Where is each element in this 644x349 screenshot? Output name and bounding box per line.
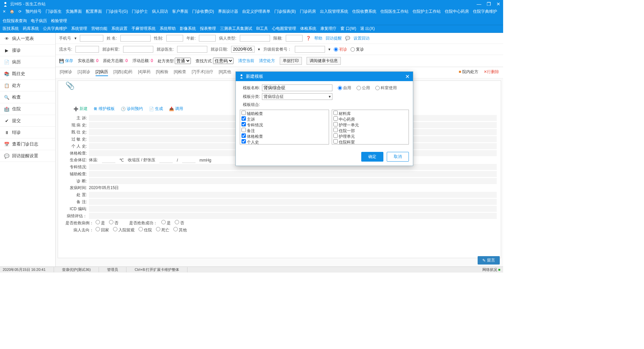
field-checkbox[interactable]: 主诉	[241, 116, 327, 122]
sidebar-item[interactable]: ✔提交	[0, 115, 55, 127]
menu-item[interactable]: 手麻管理系统	[131, 26, 156, 31]
dept-checkbox[interactable]: 护理单元	[333, 133, 407, 139]
field-checkbox[interactable]: 体格检查	[241, 133, 327, 139]
sidebar-item[interactable]: ▶接诊	[0, 45, 55, 56]
sidebar-item[interactable]: 📅查看门诊日志	[0, 138, 55, 150]
sidebar-item[interactable]: 🏥住院	[0, 103, 55, 115]
pencil-icon: ✎	[482, 258, 486, 263]
scope-radio[interactable]: 公用	[357, 85, 370, 91]
menu-item[interactable]: 报表整理	[200, 26, 216, 31]
dialog-logo-icon	[239, 74, 244, 79]
menu-close-tab-icon[interactable]: ✕	[3, 9, 6, 14]
menu-item[interactable]: 退 出(X)	[360, 26, 375, 31]
menu-home-icon[interactable]: 🏠	[10, 9, 14, 14]
menu-item[interactable]: 自定义护理表单	[242, 9, 270, 14]
menu-item[interactable]: 系统管理	[71, 26, 87, 31]
svg-point-1	[240, 74, 242, 76]
menu-item[interactable]: 出入院管理系统	[320, 9, 348, 14]
menu-item[interactable]: 门诊报表(B)	[274, 9, 296, 14]
main-area: 手机号▾ 姓 名: 性别: 年龄: 病人类型: 限额: ❓帮助 回访提醒 💬设置…	[56, 33, 503, 273]
menu-item[interactable]: 配置界面	[86, 9, 102, 14]
dept-checkbox[interactable]: 住院科室	[333, 139, 407, 144]
menu-item[interactable]: 检验管理	[51, 18, 67, 23]
menu-item[interactable]: 客户界面	[172, 9, 188, 14]
field-checkbox[interactable]: 个人史	[241, 139, 327, 144]
status-user: 管理员	[107, 267, 126, 272]
template-fields-list[interactable]: 辅助检查 主诉 专科情况 备注 体格检查 个人史 处置 过敏史	[240, 110, 329, 144]
sidebar-item[interactable]: 📄病历	[0, 56, 55, 68]
dialog-title: 新建模板	[246, 73, 263, 79]
dialog-mask: 新建模板 ✕ 模板名称: 自用公用科室使用 模板分类: 肾病综合征▾ 模板组合:	[56, 33, 503, 273]
menu-item[interactable]: 住院字典维护	[473, 9, 497, 14]
sidebar-item-icon: 📄	[4, 59, 9, 65]
menu-item[interactable]: 门诊收费(D)	[192, 9, 214, 14]
menu-item[interactable]: BI工具	[256, 26, 268, 31]
menu-item[interactable]: 药库系统	[23, 26, 39, 31]
sidebar-item-label: 处方	[12, 82, 21, 89]
sidebar-item[interactable]: ⏸结诊	[0, 127, 55, 138]
menu-item[interactable]: 营销功能	[91, 26, 107, 31]
message-button[interactable]: ✎留言	[478, 256, 500, 265]
menu-item[interactable]: 门诊挂号(G)	[106, 9, 128, 14]
scope-radio[interactable]: 自用	[338, 85, 351, 91]
menu-row-2: 医技系统药库系统公共字典维护系统管理营销功能系统设置手麻管理系统系统帮助影像系统…	[0, 25, 503, 33]
status-network: 网络状况 ■	[482, 267, 500, 272]
status-org: 壹康优护(测试36)	[62, 267, 99, 272]
sidebar-item-label: 结诊	[12, 129, 21, 135]
menu-item[interactable]: 实施界面	[66, 9, 82, 14]
template-category-combo[interactable]: 肾病综合征▾	[262, 93, 332, 100]
menu-item[interactable]: 影像系统	[180, 26, 196, 31]
menu-item[interactable]: 界面设计器	[218, 9, 238, 14]
status-time: 2020年05月15日 16:20:41	[3, 267, 54, 272]
template-name-input[interactable]	[262, 84, 332, 91]
menu-item[interactable]: 康复理疗	[320, 26, 336, 31]
dept-checkbox[interactable]: 中心药房	[333, 116, 407, 122]
dialog-close-button[interactable]: ✕	[405, 73, 410, 80]
sidebar-item-label: 既往史	[12, 71, 25, 77]
menu-item[interactable]: 门诊医生	[46, 9, 62, 14]
menu-item[interactable]: 预约挂号	[25, 9, 42, 14]
menu-item[interactable]: 住院收费系统	[352, 9, 376, 14]
scope-radio[interactable]: 科室使用	[375, 85, 397, 91]
sidebar-item[interactable]: 👁病人一览表	[0, 33, 55, 45]
sidebar-item-icon: 💬	[4, 153, 9, 159]
menu-item[interactable]: 系统设置	[111, 26, 127, 31]
menu-item[interactable]: 住院护士工作站	[413, 9, 441, 14]
menu-item[interactable]: 住院中心药房	[445, 9, 469, 14]
sidebar-item[interactable]: 🔍检查	[0, 92, 55, 103]
window-minimize-button[interactable]: —	[477, 1, 481, 7]
dept-checkbox[interactable]: 材料库	[333, 111, 407, 116]
menu-item[interactable]: 住院医生工作站	[380, 9, 409, 14]
menu-item[interactable]: 医技系统	[3, 26, 19, 31]
menu-item[interactable]: 病人回访	[152, 9, 168, 14]
menu-item[interactable]: 电子病历	[31, 18, 47, 23]
app-subtitle: - 医生工作站	[23, 1, 46, 7]
menu-refresh-icon[interactable]: ⟳	[18, 9, 21, 14]
window-close-button[interactable]: ✕	[496, 1, 500, 7]
field-checkbox[interactable]: 辅助检查	[241, 111, 327, 116]
menu-item[interactable]: 三测表工具集测试	[220, 26, 252, 31]
menu-item[interactable]: 窗 口(W)	[340, 26, 356, 31]
menu-item[interactable]: 门诊护士	[132, 9, 148, 14]
field-checkbox[interactable]: 备注	[241, 128, 327, 133]
app-logo-icon	[3, 1, 8, 7]
sidebar-item-icon: ✔	[4, 118, 9, 123]
sidebar-item[interactable]: 📚既往史	[0, 68, 55, 80]
field-checkbox[interactable]: 专科情况	[241, 122, 327, 128]
menu-item[interactable]: 门诊药房	[300, 9, 316, 14]
menu-item[interactable]: 心电图室管理	[272, 26, 296, 31]
template-depts-list[interactable]: 材料库 中心药房 护理一单元 住院一部 护理单元 住院科室 住院部 内科门诊 门…	[332, 110, 409, 144]
dept-checkbox[interactable]: 住院一部	[333, 128, 407, 133]
menu-item[interactable]: 住院报表查询	[3, 18, 27, 23]
dept-checkbox[interactable]: 护理一单元	[333, 122, 407, 128]
dialog-cancel-button[interactable]: 取消	[387, 152, 409, 162]
sidebar-item-icon: 🏥	[4, 106, 9, 112]
sidebar-item[interactable]: 💬回访提醒设置	[0, 150, 55, 162]
sidebar-item-icon: 📋	[4, 83, 9, 88]
menu-item[interactable]: 公共字典维护	[43, 26, 67, 31]
menu-item[interactable]: 体检系统	[300, 26, 316, 31]
sidebar-item[interactable]: 📋处方	[0, 80, 55, 92]
dialog-ok-button[interactable]: 确定	[361, 152, 383, 162]
window-maximize-button[interactable]: ❐	[487, 1, 491, 7]
menu-item[interactable]: 系统帮助	[160, 26, 176, 31]
